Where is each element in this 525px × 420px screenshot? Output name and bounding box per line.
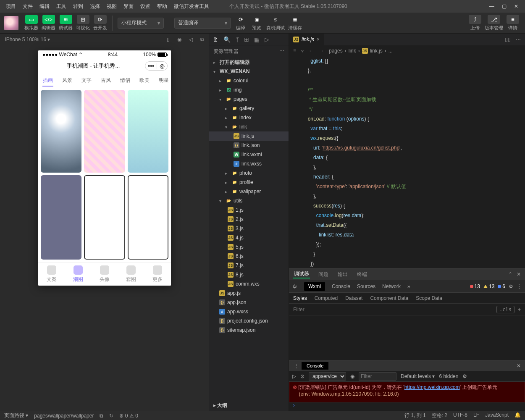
- tree-folder[interactable]: ▸📁photo: [209, 168, 289, 178]
- search-icon[interactable]: 🔍: [223, 36, 231, 43]
- eye-icon[interactable]: ◉: [350, 373, 354, 379]
- tree-folder[interactable]: ▸📁index: [209, 113, 289, 122]
- context-select[interactable]: appservice: [309, 372, 346, 381]
- tab-sources[interactable]: Sources: [357, 284, 375, 289]
- tree-file[interactable]: JS7.js: [209, 261, 289, 270]
- forward-icon[interactable]: →: [319, 48, 324, 54]
- split-icon[interactable]: ▯▯: [505, 37, 511, 42]
- bottom-tab[interactable]: 头像: [100, 265, 110, 283]
- tree-file[interactable]: JS8.js: [209, 270, 289, 279]
- style-filter-input[interactable]: [293, 307, 496, 312]
- copy-icon[interactable]: ⧉: [200, 37, 204, 42]
- menu-item[interactable]: 设置: [137, 3, 154, 9]
- editor-button[interactable]: </>编辑器: [42, 15, 55, 31]
- console-tab[interactable]: Console: [302, 362, 328, 370]
- debugger-button[interactable]: ≋调试器: [59, 15, 73, 31]
- grid-item[interactable]: [84, 175, 125, 260]
- version-button[interactable]: ⎇版本管理: [485, 15, 503, 31]
- cat-tab[interactable]: 文字: [77, 77, 96, 84]
- tree-section[interactable]: ▸打开的编辑器: [209, 58, 289, 67]
- add-icon[interactable]: +: [518, 307, 521, 312]
- mute-icon[interactable]: ◁: [189, 37, 193, 42]
- grid-item[interactable]: [84, 90, 125, 173]
- editor-tab[interactable]: JSlink.js×: [289, 34, 324, 45]
- menu-item[interactable]: 帮助: [154, 3, 171, 9]
- menu-item[interactable]: 选择: [87, 3, 103, 9]
- route-path[interactable]: pages/wallpaper/wallpaper: [34, 413, 94, 419]
- tab-styles[interactable]: Styles: [293, 295, 307, 301]
- visual-button[interactable]: ⊞可视化: [76, 15, 90, 31]
- tree-file[interactable]: Wlink.wxml: [209, 150, 289, 159]
- copy-icon[interactable]: ⧉: [100, 413, 103, 419]
- close-icon[interactable]: ✕: [512, 363, 525, 369]
- real-debug-button[interactable]: ⎋真机调试: [266, 15, 285, 31]
- tree-file[interactable]: JS6.js: [209, 252, 289, 261]
- encoding[interactable]: UTF-8: [453, 412, 467, 419]
- play-icon[interactable]: ▷: [292, 373, 296, 379]
- tree-folder[interactable]: ▸📁wallpaper: [209, 187, 289, 196]
- scheme-select[interactable]: 普通编译▾: [174, 18, 231, 29]
- tab-debugger[interactable]: 调试器: [293, 270, 310, 278]
- tab-network[interactable]: Network: [382, 284, 401, 289]
- tree-file[interactable]: JS1.js: [209, 205, 289, 215]
- minimize-icon[interactable]: —: [489, 3, 494, 9]
- cat-tab[interactable]: 情侣: [116, 77, 135, 84]
- cat-tab[interactable]: 明星: [154, 77, 171, 84]
- tree-file[interactable]: #link.wxss: [209, 159, 289, 168]
- files-icon[interactable]: 🗎: [213, 36, 218, 43]
- avatar[interactable]: [4, 16, 18, 30]
- cat-tab[interactable]: 古风: [96, 77, 116, 84]
- tree-file[interactable]: {}link.json: [209, 141, 289, 150]
- gear-icon[interactable]: ⚙: [462, 373, 467, 379]
- tree-folder[interactable]: ▾📂link: [209, 122, 289, 131]
- tree-file[interactable]: JS5.js: [209, 242, 289, 252]
- close-icon[interactable]: ✕: [517, 271, 521, 277]
- bottom-tab[interactable]: 文案: [47, 265, 57, 283]
- more-icon[interactable]: ⋯: [279, 48, 284, 55]
- grid-item[interactable]: [41, 175, 81, 260]
- tree-folder[interactable]: ▸🖼img: [209, 85, 289, 94]
- tree-file[interactable]: {}app.json: [209, 298, 289, 307]
- tree-folder[interactable]: ▸📁gallery: [209, 104, 289, 113]
- grid-item[interactable]: [41, 90, 81, 173]
- capsule[interactable]: •••◎: [145, 61, 168, 71]
- tree-file[interactable]: {}project.config.json: [209, 316, 289, 326]
- menu-item[interactable]: 编辑: [36, 3, 53, 9]
- bottom-tab[interactable]: 套图: [126, 265, 136, 283]
- cat-tab[interactable]: 风景: [58, 77, 77, 84]
- eol[interactable]: LF: [473, 412, 479, 419]
- close-icon[interactable]: ✕: [514, 3, 518, 9]
- cls-toggle[interactable]: .cls: [496, 306, 514, 313]
- bottom-tab[interactable]: 潮图: [73, 265, 83, 283]
- cat-tab[interactable]: 欧美: [135, 77, 154, 84]
- menu-item[interactable]: 视图: [103, 3, 120, 9]
- tab-componentdata[interactable]: Component Data: [370, 295, 408, 301]
- tab-scopedata[interactable]: Scope Data: [416, 295, 442, 301]
- bookmark-icon[interactable]: ▿: [301, 48, 304, 54]
- tree-file[interactable]: JSlink.js: [209, 131, 289, 141]
- more-icon[interactable]: ⋮: [517, 284, 522, 289]
- phone-icon[interactable]: ▯: [167, 37, 170, 42]
- cloud-button[interactable]: ⟳云开发: [93, 15, 107, 31]
- gear-icon[interactable]: ⚙: [509, 284, 513, 289]
- tab-output[interactable]: 输出: [337, 271, 349, 278]
- record-icon[interactable]: ◉: [177, 37, 181, 42]
- maximize-icon[interactable]: ▢: [502, 3, 507, 9]
- tree-file[interactable]: JS3.js: [209, 224, 289, 233]
- bell-icon[interactable]: 🔔: [514, 412, 521, 419]
- tree-file[interactable]: JS4.js: [209, 233, 289, 242]
- menu-item[interactable]: 微信开发者工具: [171, 3, 213, 9]
- tree-file[interactable]: JS2.js: [209, 215, 289, 224]
- tree-section[interactable]: ▾WX_WENAN: [209, 67, 289, 76]
- compile-mode-select[interactable]: 小程序模式▾: [118, 18, 164, 29]
- more-icon[interactable]: ⋯: [516, 37, 521, 42]
- run-icon[interactable]: ▷: [265, 36, 269, 43]
- tree-file[interactable]: JSapp.js: [209, 289, 289, 298]
- tree-folder[interactable]: ▾📂pages: [209, 94, 289, 104]
- tree-file[interactable]: #app.wxss: [209, 307, 289, 316]
- grid-item[interactable]: [128, 175, 168, 260]
- status-errors[interactable]: ⊗ 0 ⚠ 0: [119, 413, 138, 419]
- tree-folder[interactable]: ▸📁colorui: [209, 76, 289, 85]
- clear-cache-button[interactable]: ≣清缓存: [288, 15, 302, 31]
- more-tabs-icon[interactable]: »: [407, 284, 410, 289]
